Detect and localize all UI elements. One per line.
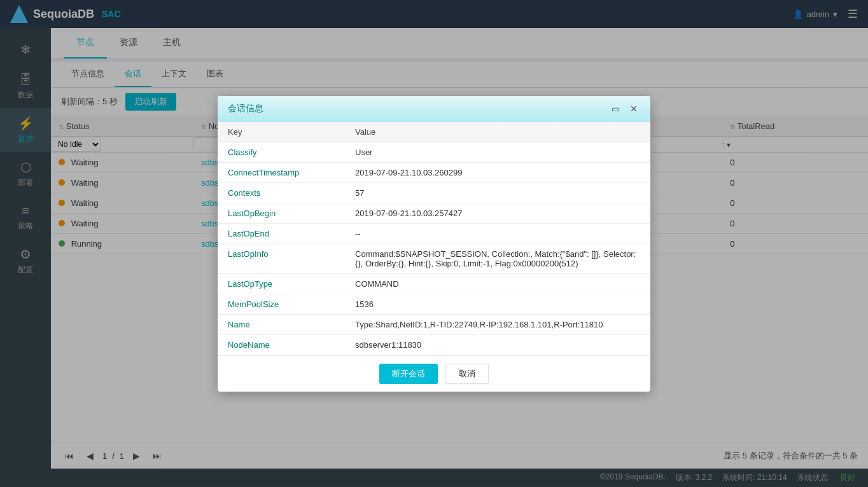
modal-value: 2019-07-09-21.10.03.257427 bbox=[345, 203, 650, 223]
modal-key: NodeName bbox=[218, 334, 345, 355]
modal-value: User bbox=[345, 142, 650, 162]
modal-close-button[interactable]: ✕ bbox=[627, 102, 640, 115]
modal-table-row: NodeName sdbserver1:11830 bbox=[218, 334, 650, 355]
disconnect-button[interactable]: 断开会话 bbox=[379, 364, 438, 384]
modal-minimize-button[interactable]: ▭ bbox=[609, 102, 622, 115]
modal-table-row: LastOpEnd -- bbox=[218, 223, 650, 244]
modal-table-row: Contexts 57 bbox=[218, 182, 650, 203]
modal-key: Contexts bbox=[218, 182, 345, 203]
modal-table-row: Classify User bbox=[218, 142, 650, 162]
modal-table-row: ConnectTimestamp 2019-07-09-21.10.03.260… bbox=[218, 162, 650, 182]
modal-value: 2019-07-09-21.10.03.260299 bbox=[345, 162, 650, 182]
modal-key: ConnectTimestamp bbox=[218, 162, 345, 182]
modal-table-row: MemPoolSize 1536 bbox=[218, 294, 650, 314]
session-info-modal: 会话信息 ▭ ✕ Key Value Classify User Connect… bbox=[218, 96, 650, 392]
modal-controls: ▭ ✕ bbox=[609, 102, 640, 115]
modal-value: Type:Shard,NetID:1,R-TID:22749,R-IP:192.… bbox=[345, 314, 650, 334]
modal-footer: 断开会话 取消 bbox=[218, 355, 650, 392]
modal-key: Name bbox=[218, 314, 345, 334]
modal-body: Key Value Classify User ConnectTimestamp… bbox=[218, 122, 650, 355]
modal-key: MemPoolSize bbox=[218, 294, 345, 314]
modal-key: LastOpBegin bbox=[218, 203, 345, 223]
modal-col-value: Value bbox=[345, 122, 650, 142]
modal-value: -- bbox=[345, 223, 650, 244]
modal-key: LastOpEnd bbox=[218, 223, 345, 244]
modal-key: Classify bbox=[218, 142, 345, 162]
modal-value: 57 bbox=[345, 182, 650, 203]
modal-title: 会话信息 bbox=[228, 103, 263, 114]
modal-table-row: LastOpType COMMAND bbox=[218, 273, 650, 294]
modal-table: Key Value Classify User ConnectTimestamp… bbox=[218, 122, 650, 355]
modal-value: sdbserver1:11830 bbox=[345, 334, 650, 355]
modal-table-row: LastOpInfo Command:$SNAPSHOT_SESSION, Co… bbox=[218, 244, 650, 273]
modal-value: 1536 bbox=[345, 294, 650, 314]
modal-col-key: Key bbox=[218, 122, 345, 142]
cancel-button[interactable]: 取消 bbox=[445, 364, 489, 384]
modal-key: LastOpType bbox=[218, 273, 345, 294]
modal-value: Command:$SNAPSHOT_SESSION, Collection:, … bbox=[345, 244, 650, 273]
modal-value: COMMAND bbox=[345, 273, 650, 294]
modal-table-row: Name Type:Shard,NetID:1,R-TID:22749,R-IP… bbox=[218, 314, 650, 334]
modal-header: 会话信息 ▭ ✕ bbox=[218, 96, 650, 122]
modal-overlay: 会话信息 ▭ ✕ Key Value Classify User Connect… bbox=[0, 0, 868, 487]
modal-key: LastOpInfo bbox=[218, 244, 345, 273]
modal-table-row: LastOpBegin 2019-07-09-21.10.03.257427 bbox=[218, 203, 650, 223]
